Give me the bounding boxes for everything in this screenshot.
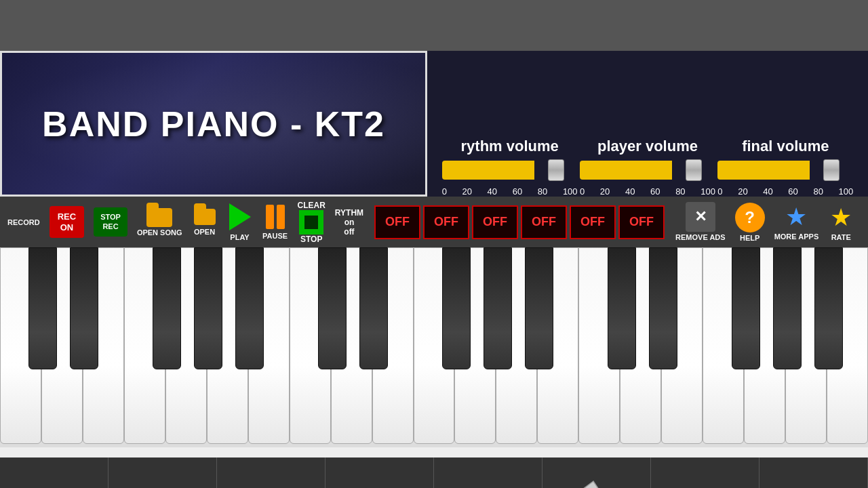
remove-ads-button[interactable]: ✕ REMOVE ADS <box>671 201 730 243</box>
stop-icon <box>299 210 323 235</box>
guitar-icon-2 <box>119 468 207 488</box>
off-button-1[interactable]: OFF <box>374 205 420 239</box>
more-apps-icon: ★ <box>785 203 807 231</box>
rate-button[interactable]: ★ RATE <box>824 202 858 243</box>
guitar-item-7[interactable] <box>651 458 760 488</box>
remove-ads-icon: ✕ <box>686 202 715 232</box>
piano-section <box>0 247 868 458</box>
guitar-item-2[interactable] <box>108 458 217 488</box>
off-button-5[interactable]: OFF <box>570 205 616 239</box>
record-section: RECORD <box>3 217 44 228</box>
play-icon <box>229 203 251 230</box>
piano-black-key-fs4[interactable] <box>442 247 471 369</box>
brand-title: BAND PIANO - KT2 <box>42 104 385 144</box>
off-button-2[interactable]: OFF <box>423 205 469 239</box>
guitar-icon-6 <box>553 468 641 488</box>
piano-black-key-fs3[interactable] <box>153 247 181 369</box>
piano-black-key-ds5[interactable] <box>649 247 677 369</box>
rythm-volume-slider[interactable] <box>442 161 578 180</box>
open-song-label: OPEN SONG <box>137 228 182 237</box>
rythm-label: RYTHM <box>335 208 363 218</box>
off-button-4[interactable]: OFF <box>521 205 567 239</box>
play-label: PLAY <box>230 233 249 241</box>
open-label: OPEN <box>194 228 215 236</box>
open-song-button[interactable]: OPEN SONG <box>133 207 186 238</box>
player-volume-slider[interactable] <box>580 161 715 180</box>
stop-rec-button[interactable]: STOPREC <box>90 206 132 237</box>
piano-black-key-cs4[interactable] <box>318 247 347 369</box>
piano-black-key-as5[interactable] <box>814 247 843 369</box>
pause-label: PAUSE <box>262 232 288 240</box>
rythm-volume-scale: 020406080100 <box>442 186 578 197</box>
top-bar <box>0 0 868 51</box>
player-volume-label: player volume <box>597 138 698 155</box>
piano-black-key-ds4[interactable] <box>359 247 388 369</box>
rec-on-button[interactable]: RECON <box>45 205 88 239</box>
clear-label: CLEAR <box>298 201 326 210</box>
guitar-item-6[interactable] <box>542 458 651 488</box>
guitar-icon-5 <box>444 468 532 488</box>
rythm-volume-label: rythm volume <box>461 138 559 155</box>
guitar-item-3[interactable] <box>217 458 326 488</box>
player-volume-control: player volume 020406080100 <box>580 138 715 197</box>
pause-icon <box>266 205 285 229</box>
piano-black-key-fs5[interactable] <box>732 247 760 369</box>
open-folder-icon <box>194 209 216 225</box>
piano-black-key-as4[interactable] <box>525 247 553 369</box>
rythm-button[interactable]: RYTHM on off <box>331 207 368 238</box>
rythm-on-label: on <box>344 218 355 227</box>
help-icon: ? <box>735 203 765 232</box>
rythm-volume-control: rythm volume 020406080100 <box>442 138 578 197</box>
guitar-icon-7 <box>661 468 749 488</box>
rate-icon: ★ <box>830 203 852 232</box>
svg-marker-28 <box>580 481 607 488</box>
stop-label: STOP <box>300 235 322 244</box>
guitar-icon-8 <box>770 468 858 488</box>
final-volume-label: final volume <box>742 138 829 155</box>
more-apps-button[interactable]: ★ MORE APPS <box>770 201 823 242</box>
volume-section: rythm volume 020406080100 player volume <box>427 51 868 197</box>
final-volume-control: final volume 020406080100 <box>717 138 853 197</box>
piano-black-key-gs3[interactable] <box>194 247 222 369</box>
header: BAND PIANO - KT2 rythm volume 0204060801… <box>0 51 868 197</box>
brand-section: BAND PIANO - KT2 <box>0 51 427 197</box>
pause-button[interactable]: PAUSE <box>258 203 292 241</box>
off-button-6[interactable]: OFF <box>618 205 665 239</box>
play-button[interactable]: PLAY <box>223 202 257 243</box>
more-apps-label: MORE APPS <box>774 232 819 241</box>
piano-black-key-gs5[interactable] <box>773 247 802 369</box>
rythm-off-label: off <box>344 227 354 237</box>
guitar-item-5[interactable] <box>434 458 542 488</box>
guitar-icon-3 <box>227 468 315 488</box>
rec-on-label[interactable]: RECON <box>50 206 84 238</box>
piano-black-key-cs3[interactable] <box>28 247 57 369</box>
clear-stop-button[interactable]: CLEAR STOP <box>294 199 330 245</box>
final-volume-scale: 020406080100 <box>717 186 853 197</box>
piano-black-key-cs5[interactable] <box>608 247 636 369</box>
piano-black-key-ds3[interactable] <box>70 247 98 369</box>
guitar-item-4[interactable] <box>326 458 434 488</box>
help-label: HELP <box>740 234 760 242</box>
remove-ads-label: REMOVE ADS <box>675 233 726 241</box>
guitar-item-8[interactable] <box>760 458 868 488</box>
record-label: RECORD <box>7 218 40 226</box>
final-volume-slider[interactable] <box>717 161 853 180</box>
off-buttons-group: OFF OFF OFF OFF OFF OFF <box>374 205 665 239</box>
player-volume-scale: 020406080100 <box>580 186 715 197</box>
piano-black-key-gs4[interactable] <box>484 247 512 369</box>
guitar-icon-1 <box>10 468 98 488</box>
guitar-section <box>0 458 868 488</box>
guitar-icon-4 <box>336 468 424 488</box>
stop-rec-label[interactable]: STOPREC <box>94 207 127 236</box>
guitar-item-1[interactable] <box>0 458 108 488</box>
open-button[interactable]: OPEN <box>188 207 222 237</box>
piano-black-key-as3[interactable] <box>235 247 264 369</box>
stop-square <box>304 216 318 229</box>
help-button[interactable]: ? HELP <box>731 201 769 243</box>
rate-label: RATE <box>831 233 851 241</box>
off-button-3[interactable]: OFF <box>472 205 518 239</box>
toolbar: RECORD RECON STOPREC OPEN SONG OPEN PLAY <box>0 197 868 247</box>
folder-icon <box>146 208 172 227</box>
